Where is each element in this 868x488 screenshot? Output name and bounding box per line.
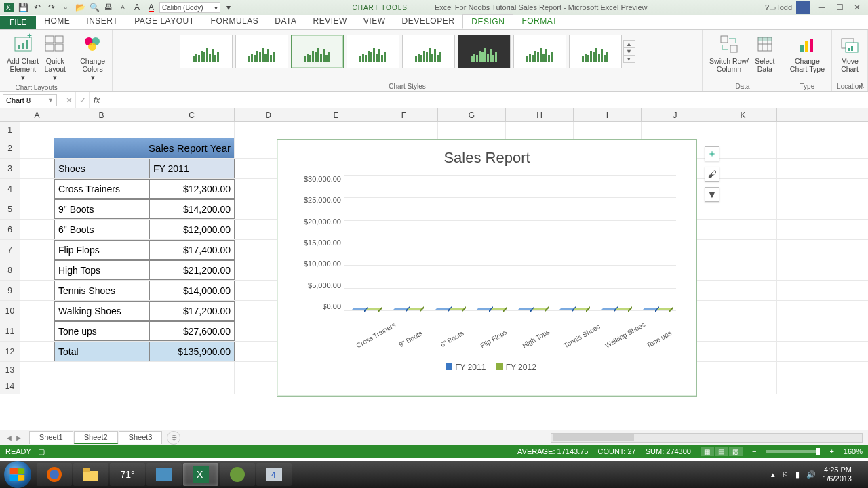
switch-row-column-button[interactable]: Switch Row/ Column (707, 32, 751, 75)
cell[interactable]: $17,200.00 (149, 301, 235, 321)
new-sheet-button[interactable]: ⊕ (167, 431, 180, 445)
formula-input[interactable] (104, 95, 868, 106)
collapse-ribbon-icon[interactable]: ʌ (859, 81, 864, 90)
column-header[interactable]: J (642, 108, 709, 121)
start-button[interactable] (4, 461, 31, 488)
font-color-icon[interactable]: A (145, 2, 157, 13)
cell[interactable]: High Tops (54, 260, 149, 280)
cell[interactable]: $17,400.00 (149, 240, 235, 260)
new-icon[interactable]: ▫ (60, 2, 72, 13)
cell[interactable] (709, 260, 777, 280)
tab-data[interactable]: DATA (267, 14, 304, 29)
cell[interactable] (709, 321, 777, 341)
row-header[interactable]: 7 (0, 240, 20, 260)
maximize-icon[interactable]: ☐ (831, 1, 848, 14)
cell[interactable]: Flip Flops (54, 240, 149, 260)
cell[interactable]: $27,600.00 (149, 321, 235, 341)
cell[interactable]: 9" Boots (54, 199, 149, 219)
macro-record-icon[interactable]: ▢ (38, 447, 45, 456)
chart-style-gallery[interactable] (180, 32, 622, 71)
tab-developer[interactable]: DEVELOPER (394, 14, 463, 29)
user-avatar[interactable] (796, 1, 810, 14)
chart-style-thumb[interactable] (180, 35, 233, 68)
row-header[interactable]: 2 (0, 138, 20, 158)
excel-icon[interactable]: X (3, 2, 15, 13)
sheet-tab[interactable]: Sheet1 (29, 431, 73, 444)
sheet-tab[interactable]: Sheet3 (119, 431, 163, 444)
row-header[interactable]: 12 (0, 342, 20, 361)
cell[interactable]: $135,900.00 (149, 342, 235, 361)
quick-layout-button[interactable]: Quick Layout ▾ (41, 32, 68, 83)
cell[interactable] (149, 362, 235, 378)
move-chart-button[interactable]: Move Chart (836, 32, 863, 75)
cell[interactable]: Sales Report Year (54, 138, 235, 158)
row-header[interactable]: 11 (0, 321, 20, 341)
tray-network-icon[interactable]: ▮ (795, 470, 800, 479)
file-tab[interactable]: FILE (0, 16, 36, 29)
sheet-grid[interactable]: Sales Report $30,000.00$25,000.00$20,000… (0, 122, 868, 430)
print-preview-icon[interactable]: 🔍 (88, 2, 100, 13)
chart-style-thumb[interactable] (458, 35, 511, 68)
cell[interactable]: Total (54, 342, 149, 361)
cell[interactable] (54, 122, 149, 138)
cell[interactable]: 6" Boots (54, 220, 149, 239)
column-header[interactable]: B (54, 108, 149, 121)
cell[interactable] (709, 199, 777, 219)
chart-object[interactable]: Sales Report $30,000.00$25,000.00$20,000… (277, 139, 697, 396)
taskbar-explorer[interactable] (73, 463, 108, 486)
cell[interactable] (20, 260, 54, 280)
taskbar-app3[interactable]: 4 (256, 463, 292, 486)
chart-style-thumb[interactable] (513, 35, 566, 68)
chart-legend[interactable]: FY 2011 FY 2012 (277, 363, 696, 372)
cell[interactable] (642, 122, 709, 138)
gallery-scroll[interactable]: ▲ ▼ ▾ (623, 40, 635, 63)
cell[interactable]: Walking Shoes (54, 301, 149, 321)
cell[interactable]: Shoes (54, 159, 149, 178)
zoom-slider[interactable] (766, 450, 820, 453)
cell[interactable]: $14,000.00 (149, 281, 235, 300)
row-header[interactable]: 8 (0, 260, 20, 280)
cell[interactable]: Tennis Shoes (54, 281, 149, 300)
column-header[interactable]: D (235, 108, 302, 121)
undo-icon[interactable]: ↶ (31, 2, 43, 13)
minimize-icon[interactable]: ─ (814, 1, 830, 14)
cell[interactable] (20, 138, 54, 158)
row-header[interactable]: 9 (0, 281, 20, 300)
save-icon[interactable]: 💾 (17, 2, 29, 13)
gallery-down-icon[interactable]: ▼ (624, 48, 635, 56)
taskbar-excel[interactable]: X (183, 463, 218, 486)
tab-review[interactable]: REVIEW (304, 14, 355, 29)
column-header[interactable]: I (574, 108, 642, 121)
open-icon[interactable]: 📂 (74, 2, 86, 13)
page-break-view-icon[interactable]: ▧ (729, 447, 743, 456)
normal-view-icon[interactable]: ▦ (701, 447, 714, 456)
chart-style-thumb[interactable] (347, 35, 399, 68)
chart-style-thumb[interactable] (291, 35, 344, 68)
cell[interactable]: $14,200.00 (149, 199, 235, 219)
tray-flag-icon[interactable]: ⚐ (782, 470, 789, 479)
tray-volume-icon[interactable]: 🔊 (806, 470, 816, 479)
select-data-button[interactable]: Select Data (751, 32, 778, 75)
horizontal-scrollbar[interactable] (551, 433, 863, 443)
chart-elements-button[interactable]: ＋ (705, 146, 719, 161)
zoom-in-icon[interactable]: + (829, 447, 833, 455)
show-desktop-button[interactable] (859, 463, 864, 486)
cell[interactable]: $21,200.00 (149, 260, 235, 280)
cell[interactable] (149, 378, 235, 394)
cell[interactable] (709, 301, 777, 321)
taskbar-firefox[interactable] (37, 463, 72, 486)
chart-filters-button[interactable]: ▼ (705, 187, 719, 202)
gallery-up-icon[interactable]: ▲ (624, 41, 635, 48)
cell[interactable] (20, 362, 54, 378)
tab-page-layout[interactable]: PAGE LAYOUT (126, 14, 202, 29)
cell[interactable] (20, 342, 54, 361)
row-header[interactable]: 5 (0, 199, 20, 219)
cell[interactable] (20, 199, 54, 219)
chart-style-thumb[interactable] (235, 35, 288, 68)
quick-print-icon[interactable]: 🖶 (102, 2, 115, 13)
redo-icon[interactable]: ↷ (45, 2, 58, 13)
row-header[interactable]: 3 (0, 159, 20, 178)
select-all-corner[interactable] (0, 108, 20, 121)
chart-title[interactable]: Sales Report (277, 149, 696, 167)
cell[interactable] (709, 220, 777, 239)
